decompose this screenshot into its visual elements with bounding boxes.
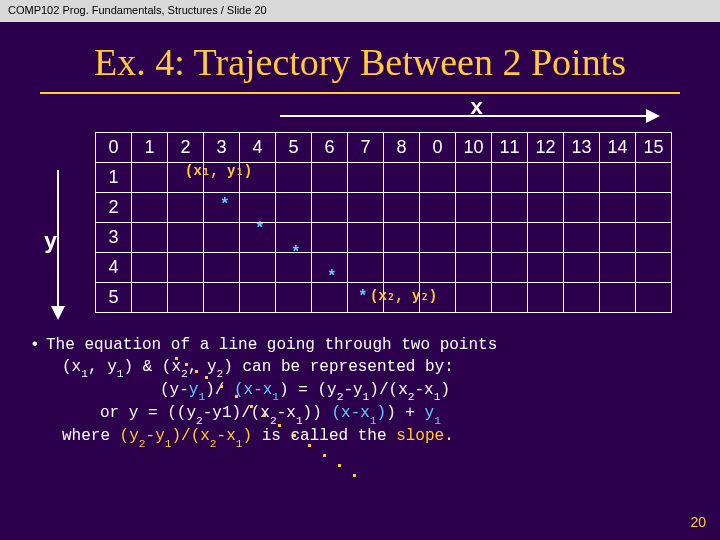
traj-star: * (358, 288, 368, 306)
grid-diagram: x y 0123 4567 801011 12131415 1 2 3 4 5 … (40, 100, 680, 325)
slide-header: COMP102 Prog. Fundamentals, Structures /… (0, 0, 720, 22)
point1-label: (x₁, y₁) (185, 162, 252, 179)
page-number: 20 (690, 514, 706, 530)
title-underline (40, 92, 680, 94)
body-text: •The equation of a line going through tw… (0, 325, 720, 450)
y-axis-label: y (44, 230, 57, 255)
traj-star: * (220, 196, 230, 214)
header-row: 0123 4567 801011 12131415 (96, 133, 672, 163)
traj-star: * (255, 220, 265, 238)
traj-star: * (327, 268, 337, 286)
x-axis-label: x (470, 96, 483, 121)
point2-label: (x₂, y₂) (370, 287, 437, 304)
traj-star: * (291, 244, 301, 262)
grid-table: 0123 4567 801011 12131415 1 2 3 4 5 (95, 132, 672, 313)
slide-title: Ex. 4: Trajectory Between 2 Points (0, 40, 720, 84)
